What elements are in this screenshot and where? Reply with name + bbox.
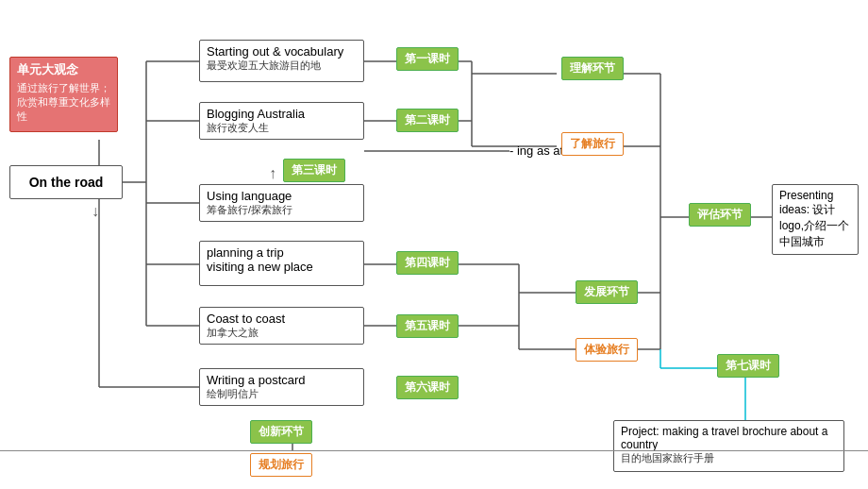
on-the-road-box: On the road	[9, 165, 123, 199]
badge-6: 第六课时	[396, 376, 459, 399]
badge-3: 第三课时	[283, 159, 345, 182]
using-sub: 筹备旅行/探索旅行	[207, 203, 357, 217]
project-sub: 目的地国家旅行手册	[621, 451, 837, 465]
using-title: Using language	[207, 189, 357, 203]
badge-2: 第二课时	[396, 109, 459, 132]
blogging-title: Blogging Australia	[207, 107, 357, 121]
up-arrow: ↑	[269, 165, 276, 182]
pingjie-badge: 评估环节	[689, 203, 751, 227]
planning-title: planning a trip	[207, 245, 357, 260]
project-box: Project: making a travel brochure about …	[613, 420, 844, 472]
postcard-title: Writing a postcard	[207, 373, 357, 387]
badge-1: 第一课时	[396, 47, 459, 71]
starting-box: Starting out & vocabulary 最受欢迎五大旅游目的地	[199, 40, 364, 82]
postcard-box: Writing a postcard 绘制明信片	[199, 368, 364, 406]
lijie-badge: 理解环节	[561, 57, 624, 80]
starting-sub: 最受欢迎五大旅游目的地	[207, 59, 357, 73]
presenting-box: Presenting ideas: 设计logo,介绍一个中国城市	[772, 184, 859, 255]
coast-title: Coast to coast	[207, 312, 357, 326]
badge-5: 第五课时	[396, 314, 459, 338]
diagram: 单元大观念 通过旅行了解世界；欣赏和尊重文化多样性 On the road St…	[0, 0, 868, 489]
liaojie-badge: 了解旅行	[561, 132, 624, 156]
guihua-badge: 规划旅行	[250, 453, 312, 477]
project-text: Project: making a travel brochure about …	[621, 425, 837, 451]
chuangxin-badge: 创新环节	[250, 420, 312, 444]
down-arrow: ↓	[92, 203, 99, 220]
presenting-text: Presenting ideas: 设计logo,介绍一个中国城市	[779, 189, 851, 250]
separator-line	[0, 450, 868, 451]
tiyan-badge: 体验旅行	[576, 338, 638, 362]
planning-box: planning a trip visiting a new place	[199, 241, 364, 286]
coast-sub: 加拿大之旅	[207, 326, 357, 340]
starting-title: Starting out & vocabulary	[207, 44, 357, 59]
connector-lines	[0, 0, 868, 489]
fazhan-badge: 发展环节	[576, 280, 638, 304]
coast-box: Coast to coast 加拿大之旅	[199, 307, 364, 345]
concept-desc: 通过旅行了解世界；欣赏和尊重文化多样性	[17, 81, 110, 124]
planning-sub: visiting a new place	[207, 260, 357, 274]
badge-4: 第四课时	[396, 251, 459, 275]
using-box: Using language 筹备旅行/探索旅行	[199, 184, 364, 222]
concept-title: 单元大观念	[17, 61, 110, 78]
postcard-sub: 绘制明信片	[207, 387, 357, 401]
blogging-box: Blogging Australia 旅行改变人生	[199, 102, 364, 140]
blogging-sub: 旅行改变人生	[207, 121, 357, 135]
on-the-road-label: On the road	[29, 175, 104, 190]
concept-box: 单元大观念 通过旅行了解世界；欣赏和尊重文化多样性	[9, 57, 118, 132]
badge-7: 第七课时	[717, 354, 779, 378]
